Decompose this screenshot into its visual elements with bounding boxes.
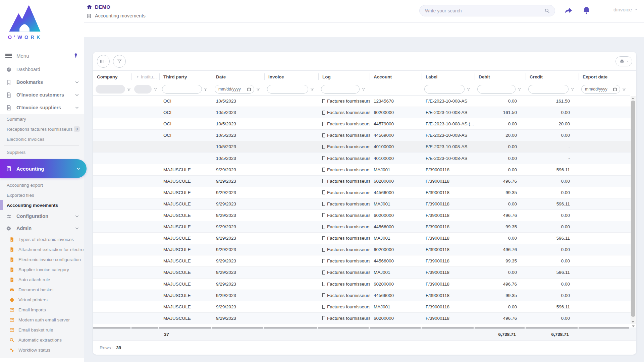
sidebar-subitem-electronic-invoices[interactable]: Electronic Invoices [0, 134, 84, 144]
filter-date-input-date[interactable]: mm/dd/yyyy [215, 85, 254, 94]
table-row[interactable]: MAJUSCULE9/29/2023Factures fournisseurs6… [93, 279, 631, 290]
table-row[interactable]: 10/5/2023Factures fournisseurs40100000F/… [93, 141, 631, 153]
sidebar-item-o-invoice-customers[interactable]: O'Invoice customers [0, 88, 84, 101]
filter-date-input-export_date[interactable]: mm/dd/yyyy [581, 85, 620, 94]
table-row[interactable]: MAJUSCULE9/29/2023Factures fournisseurs4… [93, 255, 631, 267]
col-header-institution[interactable]: Institu... [131, 71, 159, 83]
sidebar-item-admin[interactable]: Admin [0, 222, 84, 234]
scrollbar-thumb[interactable] [631, 101, 635, 317]
table-row[interactable]: MAJUSCULE9/29/2023Factures fournisseursM… [93, 198, 631, 210]
app-title-link[interactable]: DEMO [87, 4, 110, 10]
table-row[interactable]: OCI10/5/2023Factures fournisseurs1234567… [93, 96, 631, 107]
sidebar-item-accounting[interactable]: Accounting [0, 159, 87, 178]
filter-input-debit[interactable] [477, 85, 516, 94]
scroll-down-arrow[interactable] [632, 321, 634, 323]
table-row[interactable]: OCI10/5/2023Factures fournisseurs4457900… [93, 118, 631, 130]
sidebar-subitem-workflow-status[interactable]: Workflow status [0, 345, 84, 355]
sidebar-subitem-summary[interactable]: Summary [0, 114, 84, 124]
sidebar-subitem-accounting-export[interactable]: Accounting export [0, 180, 84, 190]
cell-company [93, 221, 131, 232]
col-header-company[interactable]: Company [93, 71, 131, 83]
cell-third_party: MAJUSCULE [159, 290, 212, 301]
table-row[interactable]: MAJUSCULE9/29/2023Factures fournisseurs4… [93, 290, 631, 301]
sidebar-subitem-types-of-electronic-invoices[interactable]: Types of electronic invoices [0, 234, 84, 244]
col-header-invoice[interactable]: Invoice [264, 71, 318, 83]
log-doc-icon [322, 259, 325, 263]
user-menu[interactable]: dinvoice [613, 7, 638, 12]
filter-funnel-icon[interactable] [127, 87, 131, 92]
cell-company [93, 301, 131, 312]
cell-invoice [264, 255, 318, 266]
cell-institution [131, 130, 159, 141]
table-row[interactable]: MAJUSCULE9/29/2023Factures fournisseursM… [93, 301, 631, 313]
sidebar-subitem-suppliers[interactable]: Suppliers [0, 147, 84, 157]
filter-funnel-icon[interactable] [570, 87, 575, 92]
sidebar-subitem-virtual-printers[interactable]: Virtual printers [0, 295, 84, 305]
filter-funnel-icon[interactable] [256, 87, 260, 92]
table-row[interactable]: MAJUSCULE9/29/2023Factures fournisseursM… [93, 233, 631, 244]
col-header-credit[interactable]: Credit [526, 71, 579, 83]
col-header-third_party[interactable]: Third party [159, 71, 212, 83]
filter-funnel-icon[interactable] [204, 87, 208, 92]
settings-button[interactable] [615, 56, 632, 66]
table-row[interactable]: MAJUSCULE9/29/2023Factures fournisseurs6… [93, 313, 631, 324]
sidebar-subitem-r-ceptions-factures-fournisseurs[interactable]: Réceptions factures fournisseurs0 [0, 124, 84, 134]
filter-button[interactable] [113, 55, 126, 68]
col-header-export_date[interactable]: Export date [579, 71, 630, 83]
sidebar-subitem-document-basket[interactable]: Document basket [0, 285, 84, 295]
filter-funnel-icon[interactable] [153, 87, 158, 92]
col-header-account[interactable]: Account [370, 71, 422, 83]
search-icon[interactable] [544, 8, 550, 14]
sidebar-subitem-electronic-invoice-configuration[interactable]: Electronic invoice configuration [0, 254, 84, 264]
filter-funnel-icon[interactable] [466, 87, 471, 92]
bell-icon[interactable] [582, 6, 591, 15]
col-header-date[interactable]: Date [212, 71, 264, 83]
table-row[interactable]: MAJUSCULE9/29/2023Factures fournisseursM… [93, 164, 631, 176]
scroll-up-arrow[interactable] [632, 98, 634, 99]
filter-input-log[interactable] [321, 85, 360, 94]
table-row[interactable]: MAJUSCULE9/29/2023Factures fournisseurs4… [93, 221, 631, 233]
table-row[interactable]: OCI10/5/2023Factures fournisseurs6020000… [93, 107, 631, 118]
filter-funnel-icon[interactable] [517, 87, 522, 92]
cell-debit: 0.00 [475, 164, 526, 175]
filter-input-label[interactable] [424, 85, 465, 94]
table-row[interactable]: MAJUSCULE9/29/2023Factures fournisseurs6… [93, 244, 631, 255]
cell-text: Factures fournisseurs [327, 247, 370, 252]
filter-input-invoice[interactable] [267, 85, 308, 94]
search-input[interactable] [424, 8, 544, 14]
pin-icon[interactable] [73, 53, 78, 58]
sidebar-subitem-automatic-extractions[interactable]: Automatic extractions [0, 335, 84, 345]
col-header-debit[interactable]: Debit [475, 71, 526, 83]
sidebar-subitem-auto-attach-rule[interactable]: Auto attach rule [0, 275, 84, 285]
sidebar-item-o-invoice-suppliers[interactable]: O'Invoice suppliers [0, 101, 84, 114]
sidebar-subitem-attachment-extraction-for-electroni[interactable]: Attachment extraction for electroni [0, 244, 84, 254]
table-row[interactable]: MAJUSCULE9/29/2023Factures fournisseurs4… [93, 187, 631, 198]
caret-down-icon [626, 60, 629, 63]
table-row[interactable]: OCI10/5/2023Factures fournisseurs4456900… [93, 130, 631, 141]
sidebar-item-dashboard[interactable]: Dashboard [0, 63, 84, 76]
filter-funnel-icon[interactable] [361, 87, 366, 92]
table-row[interactable]: MAJUSCULE9/29/2023Factures fournisseurs6… [93, 176, 631, 187]
sidebar-item-configuration[interactable]: Configuration [0, 210, 84, 222]
col-header-label[interactable]: Label [422, 71, 475, 83]
filter-funnel-icon[interactable] [310, 87, 314, 92]
sidebar-subitem-accounting-movements[interactable]: Accounting movements [0, 200, 84, 210]
sidebar-subitem-supplier-invoice-category[interactable]: Supplier invoice category [0, 264, 84, 275]
sidebar-subitem-modern-auth-email-server[interactable]: Modern auth email server [0, 315, 84, 325]
sidebar-subitem-email-basket-rule[interactable]: Email basket rule [0, 325, 84, 335]
sidebar-subitem-email-imports[interactable]: Email imports [0, 305, 84, 315]
cell-export_date [579, 233, 630, 244]
table-row[interactable]: 10/5/2023Factures fournisseurs40100000F/… [93, 153, 631, 164]
sidebar-subitem-exported-files[interactable]: Exported files [0, 190, 84, 200]
col-header-log[interactable]: Log [318, 71, 370, 83]
sidebar-item-bookmarks[interactable]: Bookmarks [0, 76, 84, 88]
filter-input-credit[interactable] [528, 85, 569, 94]
table-row[interactable]: MAJUSCULE9/29/2023Factures fournisseurs6… [93, 210, 631, 221]
columns-button[interactable] [97, 55, 110, 68]
table-row[interactable]: MAJUSCULE9/29/2023Factures fournisseursM… [93, 267, 631, 278]
filter-funnel-icon[interactable] [622, 87, 626, 92]
hamburger-icon[interactable] [5, 54, 12, 58]
scroll-down-arrow[interactable] [632, 325, 635, 327]
share-icon[interactable] [564, 6, 573, 15]
filter-input-third_party[interactable] [162, 85, 202, 94]
